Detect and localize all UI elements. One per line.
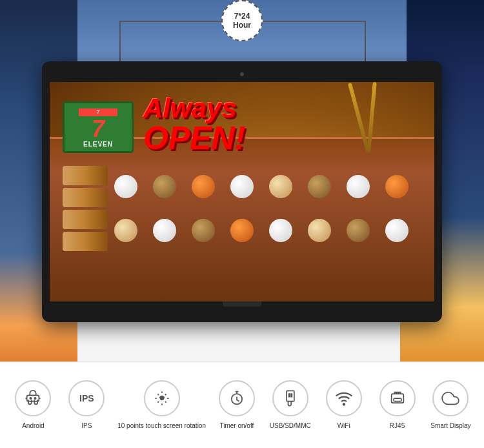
icon-item-usb: USB/SD/MMC bbox=[268, 380, 313, 430]
usb-label: USB/SD/MMC bbox=[270, 422, 311, 430]
monitor-outer: 7 7 ELEVEN Always OPEN! bbox=[42, 61, 442, 322]
ips-label: IPS bbox=[81, 422, 92, 430]
android-icon bbox=[24, 389, 42, 407]
icon-item-smartdisplay: Smart Display bbox=[428, 380, 473, 430]
food-ball-9 bbox=[114, 219, 137, 242]
logo-seven: 7 bbox=[79, 117, 117, 141]
food-ball-7 bbox=[347, 175, 370, 198]
monitor-stand bbox=[223, 301, 261, 307]
touch-label: 10 points touch screen rotation bbox=[117, 422, 206, 430]
wifi-icon-circle bbox=[326, 380, 362, 416]
smartdisplay-icon-circle bbox=[432, 380, 469, 416]
food-ball-13 bbox=[269, 219, 292, 242]
ips-icon: IPS bbox=[79, 393, 94, 403]
svg-point-8 bbox=[343, 403, 344, 405]
svg-point-1 bbox=[30, 398, 32, 399]
screen-content: 7 7 ELEVEN Always OPEN! bbox=[50, 82, 434, 301]
food-ball-3 bbox=[192, 175, 215, 198]
service-badge-container: 7*24 Hour bbox=[221, 0, 263, 41]
stick-food-2 bbox=[63, 188, 108, 207]
stick-food-3 bbox=[63, 210, 108, 229]
icon-item-android: Android bbox=[10, 380, 55, 430]
stick-food-4 bbox=[63, 232, 108, 251]
logo-eleven: ELEVEN bbox=[79, 141, 117, 148]
rj45-icon-circle bbox=[379, 380, 416, 416]
food-ball-16 bbox=[385, 219, 408, 242]
food-ball-14 bbox=[308, 219, 331, 242]
food-ball-15 bbox=[347, 219, 370, 242]
food-ball-12 bbox=[230, 219, 254, 242]
smartdisplay-label: Smart Display bbox=[430, 422, 470, 430]
monitor-wrapper: 7 7 ELEVEN Always OPEN! bbox=[42, 61, 442, 322]
food-balls-container bbox=[114, 166, 421, 295]
usb-icon-circle bbox=[272, 380, 308, 416]
svg-point-5 bbox=[160, 397, 163, 400]
monitor-screen: 7 7 ELEVEN Always OPEN! bbox=[50, 82, 434, 301]
logo-bar: 7 bbox=[79, 108, 117, 116]
food-ball-2 bbox=[153, 175, 176, 198]
always-text: Always bbox=[143, 95, 428, 122]
icon-item-rj45: RJ45 bbox=[375, 380, 420, 430]
food-ball-8 bbox=[385, 175, 408, 198]
monitor-bezel-top bbox=[50, 69, 434, 79]
rj45-label: RJ45 bbox=[390, 422, 405, 430]
wifi-icon bbox=[335, 389, 353, 407]
top-section: 7*24 Hour bbox=[0, 0, 484, 361]
bracket-line-right bbox=[263, 21, 365, 22]
icon-item-wifi: WiFi bbox=[321, 380, 367, 430]
wifi-label: WiFi bbox=[338, 422, 350, 430]
svg-rect-10 bbox=[394, 398, 401, 402]
touch-icon bbox=[153, 389, 171, 407]
timer-icon-circle bbox=[219, 380, 255, 416]
timer-label: Timer on/off bbox=[219, 422, 254, 430]
ips-icon-circle: IPS bbox=[68, 380, 105, 416]
camera-dot bbox=[240, 72, 244, 76]
food-ball-4 bbox=[230, 175, 254, 198]
bracket-line-left bbox=[119, 21, 221, 22]
stick-foods bbox=[63, 166, 114, 282]
touch-icon-circle bbox=[144, 380, 180, 416]
food-ball-5 bbox=[269, 175, 292, 198]
food-ball-10 bbox=[153, 219, 176, 242]
android-label: Android bbox=[22, 422, 44, 430]
badge-line1: 7*24 bbox=[234, 12, 250, 21]
logo-bar-text: 7 bbox=[97, 109, 99, 115]
icons-bar: Android IPS IPS 10 points touch screen r… bbox=[0, 361, 484, 448]
svg-point-2 bbox=[35, 398, 36, 399]
usb-icon bbox=[281, 389, 299, 407]
monitor-base bbox=[210, 307, 274, 309]
food-ball-11 bbox=[192, 219, 215, 242]
icon-item-ips: IPS IPS bbox=[64, 380, 109, 430]
badge-line2: Hour bbox=[233, 21, 251, 30]
icon-item-touch: 10 points touch screen rotation bbox=[117, 380, 206, 430]
timer-icon bbox=[228, 389, 246, 407]
svg-rect-7 bbox=[287, 391, 294, 401]
seven-eleven-logo-area: 7 7 ELEVEN bbox=[63, 101, 134, 153]
cloud-icon bbox=[441, 389, 459, 407]
open-text: OPEN! bbox=[143, 122, 428, 154]
seven-eleven-logo: 7 7 ELEVEN bbox=[79, 107, 117, 148]
always-open-text: Always OPEN! bbox=[143, 95, 428, 154]
stick-food-1 bbox=[63, 166, 108, 185]
rj45-icon bbox=[388, 389, 407, 407]
food-ball-6 bbox=[308, 175, 331, 198]
icon-item-timer: Timer on/off bbox=[214, 380, 259, 430]
food-ball-1 bbox=[114, 175, 137, 198]
android-icon-circle bbox=[15, 380, 51, 416]
service-badge: 7*24 Hour bbox=[221, 0, 263, 41]
